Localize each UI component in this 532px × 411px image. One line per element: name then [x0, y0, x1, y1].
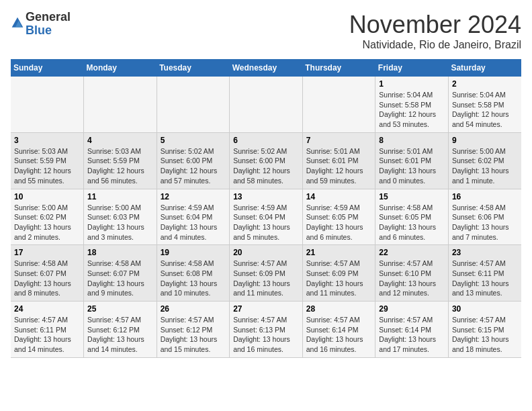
day-number: 18 — [87, 248, 153, 257]
day-number: 19 — [161, 248, 226, 257]
calendar-cell: 8Sunrise: 5:01 AMSunset: 6:01 PMDaylight… — [375, 132, 449, 189]
calendar-cell: 30Sunrise: 4:57 AMSunset: 6:15 PMDayligh… — [448, 302, 521, 358]
calendar-week-row: 3Sunrise: 5:03 AMSunset: 5:59 PMDaylight… — [11, 132, 521, 189]
day-number: 29 — [379, 304, 445, 314]
day-info: Sunrise: 5:00 AMSunset: 6:02 PMDaylight:… — [452, 146, 518, 186]
day-info: Sunrise: 5:04 AMSunset: 5:58 PMDaylight:… — [452, 90, 518, 130]
calendar-cell: 19Sunrise: 4:58 AMSunset: 6:08 PMDayligh… — [157, 245, 230, 302]
day-number: 13 — [233, 192, 299, 201]
day-info: Sunrise: 4:57 AMSunset: 6:12 PMDaylight:… — [87, 315, 153, 355]
calendar-cell: 13Sunrise: 4:59 AMSunset: 6:04 PMDayligh… — [230, 189, 303, 245]
day-info: Sunrise: 4:57 AMSunset: 6:14 PMDaylight:… — [306, 315, 372, 355]
calendar-cell — [302, 77, 375, 132]
calendar-week-row: 1Sunrise: 5:04 AMSunset: 5:58 PMDaylight… — [11, 77, 521, 132]
day-info: Sunrise: 4:57 AMSunset: 6:12 PMDaylight:… — [161, 315, 226, 355]
day-info: Sunrise: 5:03 AMSunset: 5:59 PMDaylight:… — [14, 146, 80, 186]
month-title: November 2024 — [349, 11, 521, 39]
calendar-cell: 26Sunrise: 4:57 AMSunset: 6:12 PMDayligh… — [157, 302, 230, 358]
day-number: 6 — [233, 136, 299, 145]
header-day-wednesday: Wednesday — [230, 59, 303, 77]
day-number: 3 — [14, 136, 80, 145]
calendar-cell: 20Sunrise: 4:57 AMSunset: 6:09 PMDayligh… — [230, 245, 303, 302]
day-info: Sunrise: 5:04 AMSunset: 5:58 PMDaylight:… — [379, 90, 445, 130]
header-day-sunday: Sunday — [11, 59, 84, 77]
calendar-cell: 9Sunrise: 5:00 AMSunset: 6:02 PMDaylight… — [448, 132, 521, 189]
day-info: Sunrise: 4:58 AMSunset: 6:06 PMDaylight:… — [452, 203, 518, 242]
calendar-week-row: 10Sunrise: 5:00 AMSunset: 6:02 PMDayligh… — [11, 189, 521, 245]
calendar-cell: 1Sunrise: 5:04 AMSunset: 5:58 PMDaylight… — [375, 77, 449, 132]
day-number: 7 — [306, 136, 372, 145]
day-info: Sunrise: 5:01 AMSunset: 6:01 PMDaylight:… — [306, 146, 372, 186]
day-number: 20 — [233, 248, 299, 257]
calendar-week-row: 17Sunrise: 4:58 AMSunset: 6:07 PMDayligh… — [11, 245, 521, 302]
day-number: 4 — [87, 136, 153, 145]
header: General Blue November 2024 Natividade, R… — [11, 11, 521, 51]
day-info: Sunrise: 4:59 AMSunset: 6:05 PMDaylight:… — [306, 203, 372, 242]
day-info: Sunrise: 4:57 AMSunset: 6:09 PMDaylight:… — [233, 259, 299, 298]
day-number: 12 — [161, 192, 226, 201]
day-number: 21 — [306, 248, 372, 257]
calendar-cell: 7Sunrise: 5:01 AMSunset: 6:01 PMDaylight… — [302, 132, 375, 189]
logo-icon — [11, 16, 24, 30]
day-info: Sunrise: 4:59 AMSunset: 6:04 PMDaylight:… — [233, 203, 299, 242]
calendar-cell: 22Sunrise: 4:57 AMSunset: 6:10 PMDayligh… — [375, 245, 449, 302]
day-info: Sunrise: 5:02 AMSunset: 6:00 PMDaylight:… — [233, 146, 299, 186]
calendar-cell: 23Sunrise: 4:57 AMSunset: 6:11 PMDayligh… — [448, 245, 521, 302]
day-number: 23 — [452, 248, 518, 257]
logo: General Blue — [11, 11, 71, 38]
day-number: 30 — [452, 304, 518, 314]
header-day-saturday: Saturday — [448, 59, 521, 77]
calendar-cell: 25Sunrise: 4:57 AMSunset: 6:12 PMDayligh… — [84, 302, 157, 358]
day-info: Sunrise: 5:00 AMSunset: 6:02 PMDaylight:… — [14, 203, 80, 242]
calendar-cell: 3Sunrise: 5:03 AMSunset: 5:59 PMDaylight… — [11, 132, 84, 189]
day-number: 17 — [14, 248, 80, 257]
day-info: Sunrise: 5:03 AMSunset: 5:59 PMDaylight:… — [87, 146, 153, 186]
logo-blue-text: Blue — [26, 24, 71, 38]
calendar-cell: 2Sunrise: 5:04 AMSunset: 5:58 PMDaylight… — [448, 77, 521, 132]
day-info: Sunrise: 4:58 AMSunset: 6:07 PMDaylight:… — [14, 259, 80, 298]
calendar-cell: 29Sunrise: 4:57 AMSunset: 6:14 PMDayligh… — [375, 302, 449, 358]
day-info: Sunrise: 4:58 AMSunset: 6:07 PMDaylight:… — [87, 259, 153, 298]
calendar-cell — [11, 77, 84, 132]
day-number: 15 — [379, 192, 445, 201]
day-number: 27 — [233, 304, 299, 314]
day-info: Sunrise: 4:57 AMSunset: 6:09 PMDaylight:… — [306, 259, 372, 298]
calendar-cell: 4Sunrise: 5:03 AMSunset: 5:59 PMDaylight… — [84, 132, 157, 189]
header-day-friday: Friday — [375, 59, 449, 77]
day-info: Sunrise: 4:57 AMSunset: 6:11 PMDaylight:… — [14, 315, 80, 355]
calendar-cell: 15Sunrise: 4:58 AMSunset: 6:05 PMDayligh… — [375, 189, 449, 245]
day-info: Sunrise: 4:57 AMSunset: 6:10 PMDaylight:… — [379, 259, 445, 298]
day-number: 2 — [452, 79, 518, 89]
day-info: Sunrise: 5:01 AMSunset: 6:01 PMDaylight:… — [379, 146, 445, 186]
calendar-cell — [230, 77, 303, 132]
calendar-table: SundayMondayTuesdayWednesdayThursdayFrid… — [11, 59, 521, 358]
day-info: Sunrise: 4:58 AMSunset: 6:08 PMDaylight:… — [161, 259, 226, 298]
day-info: Sunrise: 5:02 AMSunset: 6:00 PMDaylight:… — [161, 146, 226, 186]
calendar-cell: 6Sunrise: 5:02 AMSunset: 6:00 PMDaylight… — [230, 132, 303, 189]
day-info: Sunrise: 5:00 AMSunset: 6:03 PMDaylight:… — [87, 203, 153, 242]
day-number: 24 — [14, 304, 80, 314]
calendar-cell: 14Sunrise: 4:59 AMSunset: 6:05 PMDayligh… — [302, 189, 375, 245]
day-number: 28 — [306, 304, 372, 314]
calendar-header-row: SundayMondayTuesdayWednesdayThursdayFrid… — [11, 59, 521, 77]
calendar-cell: 16Sunrise: 4:58 AMSunset: 6:06 PMDayligh… — [448, 189, 521, 245]
header-day-monday: Monday — [84, 59, 157, 77]
day-info: Sunrise: 4:57 AMSunset: 6:14 PMDaylight:… — [379, 315, 445, 355]
calendar-week-row: 24Sunrise: 4:57 AMSunset: 6:11 PMDayligh… — [11, 302, 521, 358]
header-day-tuesday: Tuesday — [157, 59, 230, 77]
day-number: 9 — [452, 136, 518, 145]
day-number: 25 — [87, 304, 153, 314]
calendar-cell: 5Sunrise: 5:02 AMSunset: 6:00 PMDaylight… — [157, 132, 230, 189]
calendar-cell: 11Sunrise: 5:00 AMSunset: 6:03 PMDayligh… — [84, 189, 157, 245]
calendar-cell: 12Sunrise: 4:59 AMSunset: 6:04 PMDayligh… — [157, 189, 230, 245]
day-info: Sunrise: 4:59 AMSunset: 6:04 PMDaylight:… — [161, 203, 226, 242]
calendar-cell: 18Sunrise: 4:58 AMSunset: 6:07 PMDayligh… — [84, 245, 157, 302]
day-number: 8 — [379, 136, 445, 145]
header-day-thursday: Thursday — [302, 59, 375, 77]
day-number: 14 — [306, 192, 372, 201]
logo-general-text: General — [26, 11, 71, 24]
calendar-cell: 21Sunrise: 4:57 AMSunset: 6:09 PMDayligh… — [302, 245, 375, 302]
day-number: 1 — [379, 79, 445, 89]
day-number: 16 — [452, 192, 518, 201]
calendar-cell — [84, 77, 157, 132]
